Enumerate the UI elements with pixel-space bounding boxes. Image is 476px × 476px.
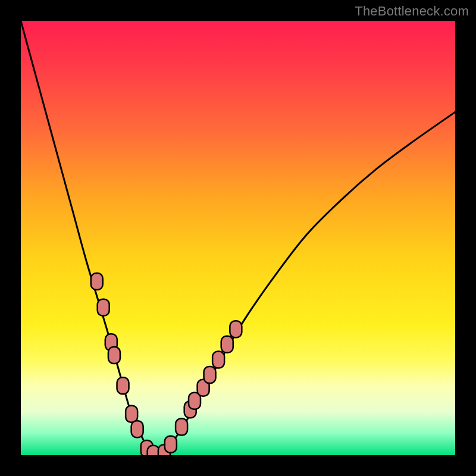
- bottleneck-curve: [21, 21, 455, 455]
- chart-overlay: [21, 21, 455, 455]
- data-marker: [221, 336, 233, 353]
- data-marker: [131, 421, 143, 437]
- data-marker: [212, 351, 224, 368]
- data-marker: [91, 273, 103, 290]
- plot-area: [21, 21, 455, 455]
- data-marker: [108, 347, 120, 364]
- data-marker: [126, 406, 137, 422]
- data-marker: [165, 436, 177, 453]
- data-marker: [117, 377, 129, 394]
- data-marker: [204, 367, 216, 383]
- data-marker: [230, 321, 242, 337]
- watermark-text: TheBottleneck.com: [355, 4, 469, 19]
- data-marker: [98, 299, 109, 316]
- data-marker: [176, 419, 187, 436]
- data-markers: [91, 273, 242, 455]
- outer-frame: TheBottleneck.com: [0, 0, 476, 476]
